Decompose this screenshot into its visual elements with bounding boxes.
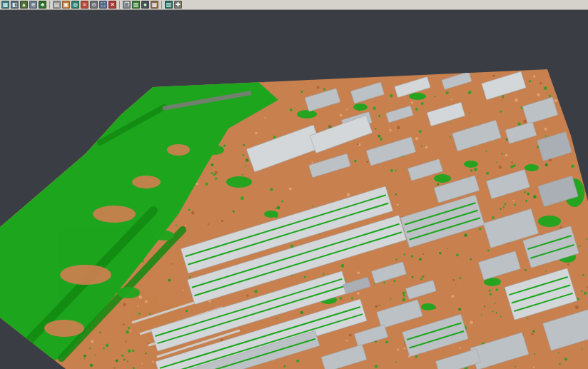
copy-view-icon[interactable]: ❐ [123, 1, 131, 9]
toolbar-separator [119, 1, 120, 9]
mesh-icon[interactable]: ▧ [165, 1, 173, 9]
globe-icon[interactable]: ◍ [71, 1, 79, 9]
vegetation-icon[interactable]: ♣ [39, 1, 46, 9]
close-tool-icon[interactable]: ✕ [108, 1, 116, 9]
dem-grid-icon[interactable]: ▥ [132, 1, 140, 9]
grid-view-icon[interactable]: ▦ [1, 1, 9, 9]
terrain-icon[interactable]: ▲ [20, 1, 28, 9]
orthophoto-icon[interactable]: ▣ [62, 1, 70, 9]
contour-icon[interactable]: ≋ [29, 1, 37, 9]
scene-3d-pointcloud[interactable] [0, 0, 588, 369]
point-cloud-icon[interactable]: ● [141, 1, 149, 9]
target-icon[interactable]: ⊙ [90, 1, 98, 9]
add-icon[interactable]: ✚ [174, 1, 182, 9]
application-window: ▦◧▲≋♣▤▣◍≡⊙⛶✕❐▥●▦▧✚ [0, 0, 588, 369]
texture-icon[interactable]: ▦ [151, 1, 158, 9]
terrain-mesh [0, 0, 588, 369]
toolbar: ▦◧▲≋♣▤▣◍≡⊙⛶✕❐▥●▦▧✚ [0, 0, 588, 10]
toolbar-separator [49, 1, 50, 9]
classification-icon[interactable]: ≡ [81, 1, 88, 9]
viewport[interactable] [0, 0, 588, 369]
layers-icon[interactable]: ▤ [53, 1, 61, 9]
split-view-icon[interactable]: ◧ [11, 1, 19, 9]
fullscreen-icon[interactable]: ⛶ [99, 1, 107, 9]
toolbar-separator [161, 1, 162, 9]
